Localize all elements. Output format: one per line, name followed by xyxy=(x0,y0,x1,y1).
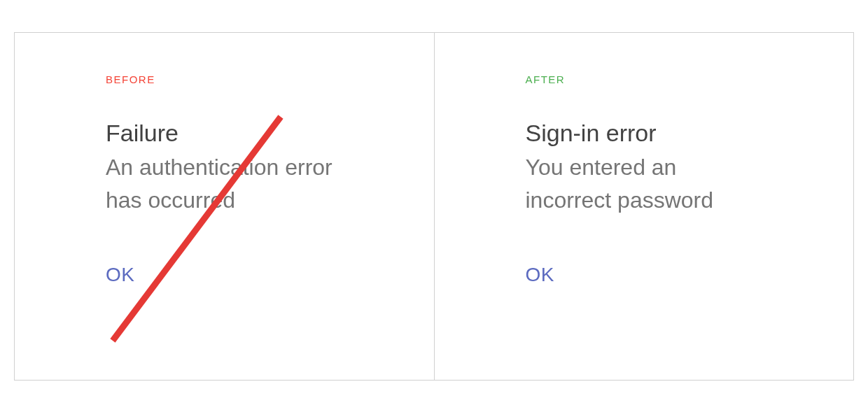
after-heading: Sign-in error xyxy=(526,119,763,148)
after-label: AFTER xyxy=(526,73,763,85)
before-heading: Failure xyxy=(106,119,343,148)
before-panel: BEFORE Failure An authentication error h… xyxy=(15,33,435,380)
after-ok-button[interactable]: OK xyxy=(526,264,554,286)
before-label: BEFORE xyxy=(106,73,343,85)
comparison-panels: BEFORE Failure An authentication error h… xyxy=(14,32,854,381)
before-body: An authentication error has occurred xyxy=(106,151,343,216)
after-panel: AFTER Sign-in error You entered an incor… xyxy=(435,33,854,380)
after-body: You entered an incorrect password xyxy=(526,151,763,216)
svg-line-0 xyxy=(113,117,281,341)
before-ok-button[interactable]: OK xyxy=(106,264,134,286)
